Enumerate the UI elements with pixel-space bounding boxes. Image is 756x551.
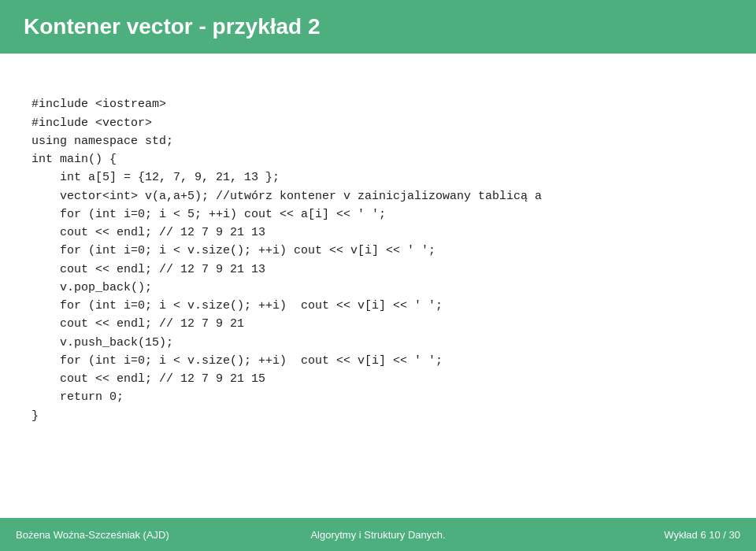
footer-author: Bożena Woźna-Szcześniak (AJD) (16, 529, 258, 541)
page-header: Kontener vector - przykład 2 (0, 0, 756, 54)
page-footer: Bożena Woźna-Szcześniak (AJD) Algorytmy … (0, 518, 756, 551)
footer-subject: Algorytmy i Struktury Danych. (258, 529, 499, 541)
code-block: #include <iostream> #include <vector> us… (32, 77, 724, 425)
main-content: #include <iostream> #include <vector> us… (0, 54, 756, 441)
footer-pagination: Wykład 6 10 / 30 (498, 529, 740, 541)
page-title: Kontener vector - przykład 2 (24, 14, 321, 39)
